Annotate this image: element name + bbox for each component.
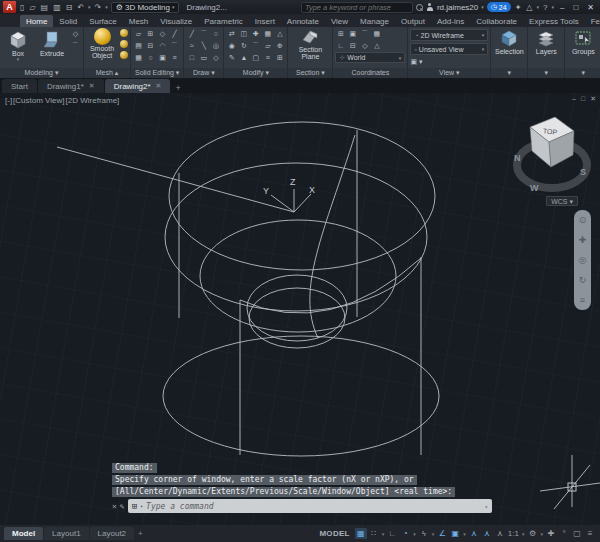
workspace-gear-icon[interactable]: ⚙	[526, 528, 538, 539]
tool-icon[interactable]: ⊟	[145, 40, 156, 51]
tool-icon[interactable]: □	[186, 52, 197, 63]
tab-solid[interactable]: Solid	[53, 15, 83, 27]
object-snap-icon-caret[interactable]: ▾	[463, 531, 466, 537]
tab-featured-apps[interactable]: Featured Apps	[585, 15, 600, 27]
panel-label-solid-editing[interactable]: Solid Editing ▾	[131, 68, 183, 78]
tab-surface[interactable]: Surface	[83, 15, 123, 27]
section-plane-button[interactable]: Section Plane	[290, 28, 330, 61]
username[interactable]: rd.jaimes20	[437, 3, 478, 12]
annotation-visibility-icon[interactable]: ⋏	[468, 528, 480, 539]
extrude-button[interactable]: Extrude	[36, 28, 68, 57]
tool-icon[interactable]: ⌒	[70, 40, 81, 51]
viewport-menu-control[interactable]: [-]	[5, 96, 12, 105]
tool-icon[interactable]: ▲	[238, 52, 249, 63]
polar-tracking-icon-caret[interactable]: ▾	[413, 531, 416, 537]
tool-icon[interactable]: ⊞	[274, 52, 285, 63]
tool-icon[interactable]: ⊞	[145, 28, 156, 39]
tool-icon[interactable]: ⌒	[359, 28, 370, 39]
tool-icon[interactable]: ◇	[70, 28, 81, 39]
tab-mesh[interactable]: Mesh	[123, 15, 155, 27]
tool-icon[interactable]: ◠	[157, 40, 168, 51]
model-viewport[interactable]: [-] [Custom View] [2D Wireframe] ‒ □ ✕ Y…	[0, 93, 600, 525]
osnap-tracking-icon[interactable]: ∠	[436, 528, 448, 539]
mesh-smooth-less-icon[interactable]	[120, 51, 128, 59]
alerts-icon[interactable]: △	[525, 3, 533, 12]
new-icon[interactable]: ▯	[19, 3, 25, 12]
minimize-button[interactable]: ‒	[557, 3, 567, 12]
help-caret-icon[interactable]: ▾	[551, 4, 554, 10]
annotation-scale-value[interactable]: 1:1	[507, 528, 520, 539]
tab-manage[interactable]: Manage	[354, 15, 395, 27]
zoom-icon[interactable]: ◎	[579, 256, 587, 265]
tab-visualize[interactable]: Visualize	[154, 15, 198, 27]
tool-icon[interactable]: ⌒	[198, 28, 209, 39]
alerts-caret-icon[interactable]: ▾	[537, 4, 540, 10]
tool-icon[interactable]: ✎	[226, 52, 237, 63]
model-space-indicator[interactable]: MODEL	[319, 529, 349, 538]
isodraft-icon-caret[interactable]: ▾	[432, 531, 435, 537]
tool-icon[interactable]: ⇄	[226, 28, 237, 39]
close-button[interactable]: ✕	[584, 3, 597, 12]
mesh-refine-icon[interactable]	[120, 29, 128, 37]
user-avatar-icon[interactable]	[426, 3, 434, 11]
ortho-mode-icon[interactable]: ∟	[386, 528, 398, 539]
annotation-people-icon[interactable]: ⋏	[494, 528, 506, 539]
annotation-scale-value-caret[interactable]: ▾	[522, 531, 525, 537]
tool-icon[interactable]: ⊟	[347, 40, 358, 51]
tool-icon[interactable]: ○	[145, 52, 156, 63]
tool-icon[interactable]: △	[371, 40, 382, 51]
tool-icon[interactable]: ▱	[262, 40, 273, 51]
graphics-performance-icon[interactable]: ▢	[571, 528, 583, 539]
workspace-gear-icon-caret[interactable]: ▾	[540, 531, 543, 537]
maximize-button[interactable]: □	[570, 3, 581, 12]
tool-icon[interactable]: ◇	[359, 40, 370, 51]
tool-icon[interactable]: ⊞	[335, 28, 346, 39]
tool-icon[interactable]: ╱	[169, 28, 180, 39]
object-snap-icon[interactable]: ▣	[449, 528, 461, 539]
file-tab-drawing1[interactable]: Drawing1* ✕	[38, 79, 104, 93]
wcs-dropdown[interactable]: WCS ▾	[546, 196, 578, 206]
panel-expand-layers[interactable]: ▾	[528, 68, 564, 78]
tab-home[interactable]: Home	[20, 15, 53, 27]
user-caret-icon[interactable]: ▾	[481, 4, 484, 10]
drawing-close-button[interactable]: ✕	[590, 95, 596, 103]
tool-icon[interactable]: ▣	[347, 28, 358, 39]
new-layout-button[interactable]: +	[138, 529, 143, 538]
navigation-wheel-icon[interactable]: ⊙	[579, 216, 587, 225]
tool-icon[interactable]: ✚	[250, 28, 261, 39]
view-cube[interactable]: N W S TOP	[506, 103, 594, 207]
panel-label-section[interactable]: Section ▾	[288, 68, 332, 78]
ucs-world-dropdown[interactable]: ⊹World ▾	[335, 52, 405, 63]
tool-icon[interactable]: ◉	[226, 40, 237, 51]
panel-label-mesh[interactable]: Mesh ▴	[84, 68, 130, 78]
tool-icon[interactable]: ≡	[262, 52, 273, 63]
grid-display-icon[interactable]: ▦	[355, 528, 367, 539]
tool-icon[interactable]: ╱	[186, 28, 197, 39]
undo-caret-icon[interactable]: ▾	[88, 4, 91, 10]
annotation-monitor-icon[interactable]: ✚	[545, 528, 557, 539]
tool-icon[interactable]: ╲	[198, 40, 209, 51]
close-drawing2-icon[interactable]: ✕	[156, 82, 162, 90]
undo-icon[interactable]: ↶	[76, 3, 85, 12]
snap-mode-icon[interactable]: ∷	[368, 528, 380, 539]
new-drawing-button[interactable]: +	[175, 83, 180, 93]
tool-icon[interactable]: ∟	[335, 40, 346, 51]
autocad-logo-icon[interactable]: A	[3, 1, 16, 13]
smooth-object-button[interactable]: Smooth Object	[86, 28, 118, 60]
isodraft-icon[interactable]: ϟ	[418, 528, 430, 539]
tool-icon[interactable]: ◇	[210, 52, 221, 63]
tool-icon[interactable]: ◫	[238, 28, 249, 39]
tool-icon[interactable]: ▦	[371, 28, 382, 39]
tool-icon[interactable]: ≡	[169, 52, 180, 63]
save-icon[interactable]: ▤	[40, 3, 50, 12]
panel-label-draw[interactable]: Draw ▾	[184, 68, 223, 78]
file-tab-start[interactable]: Start	[2, 79, 37, 93]
layout2-tab[interactable]: Layout2	[90, 527, 134, 540]
panel-label-view[interactable]: View ▾	[408, 68, 490, 78]
layers-button[interactable]: Layers	[530, 28, 562, 55]
tool-icon[interactable]: ▭	[198, 52, 209, 63]
tool-icon[interactable]: ▱	[133, 28, 144, 39]
showmotion-icon[interactable]: ≡	[580, 296, 585, 305]
tab-output[interactable]: Output	[395, 15, 431, 27]
box-button[interactable]: Box ▾	[2, 28, 34, 63]
